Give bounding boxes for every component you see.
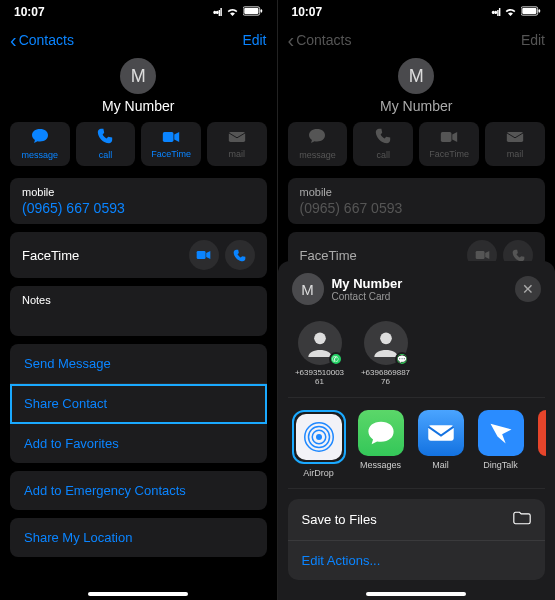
back-label: Contacts [19, 32, 74, 48]
svg-rect-4 [229, 132, 245, 142]
mail-icon [228, 129, 246, 147]
share-avatar: M [292, 273, 324, 305]
wifi-icon [504, 6, 517, 18]
status-bar: 10:07 ••ıl [0, 0, 277, 24]
mobile-label: mobile [300, 186, 534, 198]
actions-list-3: Share My Location [10, 518, 267, 557]
back-button: ‹ Contacts [288, 29, 352, 52]
dingtalk-app[interactable]: DingTalk [478, 410, 524, 478]
facetime-button[interactable]: FaceTime [141, 122, 201, 166]
avatar-block: M My Number [0, 58, 277, 114]
facetime-label: FaceTime [151, 149, 191, 159]
contact-title: My Number [380, 98, 452, 114]
share-subtitle: Contact Card [332, 291, 403, 302]
mobile-value: (0965) 667 0593 [22, 200, 255, 216]
share-location-item[interactable]: Share My Location [10, 518, 267, 557]
send-message-item[interactable]: Send Message [10, 344, 267, 384]
apps-row: AirDrop Messages Mail DingTalk [288, 398, 546, 489]
mobile-value: (0965) 667 0593 [300, 200, 534, 216]
svg-rect-7 [522, 8, 536, 14]
status-icons: ••ıl [213, 6, 263, 18]
call-label: call [377, 150, 391, 160]
edit-actions-label: Edit Actions... [302, 553, 381, 568]
mail-label: mail [507, 149, 524, 159]
video-icon [162, 129, 180, 147]
facetime-audio-button[interactable] [225, 240, 255, 270]
signal-icon: ••ıl [491, 7, 500, 18]
edit-button: Edit [521, 32, 545, 48]
back-label: Contacts [296, 32, 351, 48]
airdrop-app[interactable]: AirDrop [294, 410, 344, 478]
facetime-card-label: FaceTime [300, 248, 357, 263]
messages-badge-icon: 💬 [395, 352, 409, 366]
actions-list-2: Add to Emergency Contacts [10, 471, 267, 510]
status-icons: ••ıl [491, 6, 541, 18]
home-indicator[interactable] [366, 592, 466, 596]
svg-rect-5 [197, 251, 206, 259]
screen-share-sheet: 10:07 ••ıl ‹ Contacts Edit M My Number m… [278, 0, 556, 600]
mail-app-icon [418, 410, 464, 456]
share-contact-item[interactable]: Share Contact [10, 384, 267, 424]
more-apps-peek[interactable] [538, 410, 546, 478]
share-title: My Number [332, 276, 403, 291]
avatar[interactable]: M [120, 58, 156, 94]
message-button: message [288, 122, 348, 166]
share-action-list: Save to Files Edit Actions... [288, 499, 546, 580]
mail-app[interactable]: Mail [418, 410, 464, 478]
status-bar: 10:07 ••ıl [278, 0, 556, 24]
avatar-block: M My Number [278, 58, 556, 114]
svg-rect-8 [539, 9, 541, 12]
edit-actions-item[interactable]: Edit Actions... [288, 541, 546, 580]
mail-icon [506, 129, 524, 147]
svg-point-13 [380, 333, 392, 345]
svg-rect-1 [244, 8, 258, 14]
save-to-files-item[interactable]: Save to Files [288, 499, 546, 541]
facetime-card-label: FaceTime [22, 248, 79, 263]
whatsapp-badge-icon: ✆ [329, 352, 343, 366]
app-icon-partial [538, 410, 546, 456]
airdrop-app-label: AirDrop [303, 468, 334, 478]
share-header: M My Number Contact Card ✕ [288, 271, 546, 307]
screen-contact-detail: 10:07 ••ıl ‹ Contacts Edit M My Number m… [0, 0, 278, 600]
home-indicator[interactable] [88, 592, 188, 596]
airdrop-contacts-row: ✆ +639351000361 💬 +639686988776 [288, 307, 546, 398]
svg-rect-9 [441, 132, 452, 142]
facetime-button: FaceTime [419, 122, 479, 166]
back-button[interactable]: ‹ Contacts [10, 29, 74, 52]
svg-rect-10 [507, 132, 523, 142]
edit-button[interactable]: Edit [242, 32, 266, 48]
notes-card[interactable]: Notes [10, 286, 267, 336]
nav-bar: ‹ Contacts Edit [0, 24, 277, 56]
emergency-contacts-item[interactable]: Add to Emergency Contacts [10, 471, 267, 510]
mail-label: mail [228, 149, 245, 159]
message-icon [308, 128, 326, 148]
facetime-video-button[interactable] [189, 240, 219, 270]
wifi-icon [226, 6, 239, 18]
message-label: message [22, 150, 59, 160]
svg-point-14 [316, 434, 322, 440]
message-button[interactable]: message [10, 122, 70, 166]
dingtalk-icon [478, 410, 524, 456]
status-time: 10:07 [292, 5, 323, 19]
messages-app-label: Messages [360, 460, 401, 470]
folder-icon [513, 511, 531, 528]
airdrop-contact-2[interactable]: 💬 +639686988776 [360, 321, 412, 387]
battery-icon [521, 6, 541, 18]
svg-rect-2 [260, 9, 262, 12]
svg-rect-18 [428, 425, 453, 440]
mobile-card[interactable]: mobile (0965) 667 0593 [10, 178, 267, 224]
notes-label: Notes [22, 294, 255, 306]
facetime-card: FaceTime [10, 232, 267, 278]
phone-icon [97, 128, 113, 148]
add-favorites-item[interactable]: Add to Favorites [10, 424, 267, 463]
close-button[interactable]: ✕ [515, 276, 541, 302]
messages-app[interactable]: Messages [358, 410, 404, 478]
airdrop-contact-1[interactable]: ✆ +639351000361 [294, 321, 346, 387]
airdrop-contact-1-label: +639351000361 [294, 369, 346, 387]
call-button[interactable]: call [76, 122, 136, 166]
mail-button: mail [485, 122, 545, 166]
facetime-label: FaceTime [429, 149, 469, 159]
call-label: call [99, 150, 113, 160]
person-icon: 💬 [364, 321, 408, 365]
mobile-label: mobile [22, 186, 255, 198]
